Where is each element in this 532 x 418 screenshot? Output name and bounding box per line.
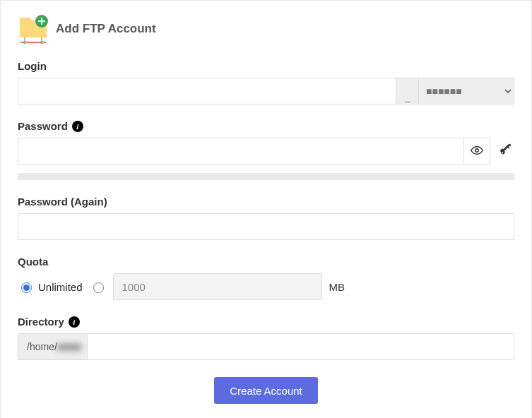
quota-custom-option[interactable]	[90, 280, 106, 293]
svg-rect-6	[40, 41, 43, 44]
add-ftp-panel: Add FTP Account Login _ ■■■■■■ Password …	[0, 0, 532, 418]
password-again-group: Password (Again)	[18, 196, 514, 240]
password-row	[18, 138, 514, 165]
login-group: Login _ ■■■■■■	[18, 60, 514, 104]
quota-group: Quota Unlimited MB	[18, 256, 514, 300]
quota-unlimited-radio[interactable]	[21, 282, 32, 293]
directory-label-text: Directory	[18, 316, 64, 328]
password-input-wrap	[18, 138, 490, 165]
generate-password-button[interactable]	[497, 143, 514, 160]
eye-icon	[471, 144, 483, 159]
domain-select[interactable]: ■■■■■■	[418, 78, 514, 104]
directory-prefix: /home/■■■■	[18, 333, 87, 360]
password-label-text: Password	[18, 120, 68, 132]
panel-header: Add FTP Account	[18, 13, 514, 44]
directory-label: Directory i	[18, 316, 514, 328]
directory-input[interactable]	[87, 333, 514, 360]
login-input[interactable]	[18, 78, 396, 104]
svg-rect-9	[38, 20, 45, 22]
quota-label: Quota	[18, 256, 514, 268]
login-row: _ ■■■■■■	[18, 78, 514, 104]
directory-prefix-obscured: ■■■■	[57, 341, 81, 352]
directory-group: Directory i /home/■■■■	[18, 316, 514, 360]
svg-point-12	[502, 152, 503, 153]
login-label: Login	[18, 60, 514, 72]
svg-point-10	[475, 148, 479, 152]
create-account-button[interactable]: Create Account	[214, 377, 318, 404]
toggle-password-visibility-button[interactable]	[463, 138, 490, 165]
password-strength-bar	[18, 173, 514, 180]
login-separator: _	[396, 78, 418, 104]
key-icon	[499, 143, 513, 160]
panel-title: Add FTP Account	[56, 22, 156, 36]
svg-rect-5	[23, 41, 26, 44]
quota-value-input[interactable]	[113, 273, 322, 300]
quota-unlimited-text: Unlimited	[38, 281, 83, 293]
password-group: Password i	[18, 120, 514, 180]
folder-plus-icon	[18, 13, 52, 44]
password-input[interactable]	[18, 138, 463, 165]
info-icon[interactable]: i	[69, 316, 80, 328]
directory-row: /home/■■■■	[18, 333, 514, 360]
info-icon[interactable]: i	[72, 121, 83, 132]
quota-custom-radio[interactable]	[93, 282, 104, 293]
quota-unlimited-option[interactable]: Unlimited	[18, 280, 83, 293]
directory-prefix-visible: /home/	[27, 341, 57, 352]
quota-unit: MB	[329, 281, 345, 293]
submit-row: Create Account	[18, 377, 514, 404]
password-again-label: Password (Again)	[18, 196, 514, 208]
password-label: Password i	[18, 120, 514, 132]
quota-row: Unlimited MB	[18, 273, 514, 300]
password-again-input[interactable]	[18, 213, 514, 240]
svg-rect-1	[20, 18, 31, 23]
